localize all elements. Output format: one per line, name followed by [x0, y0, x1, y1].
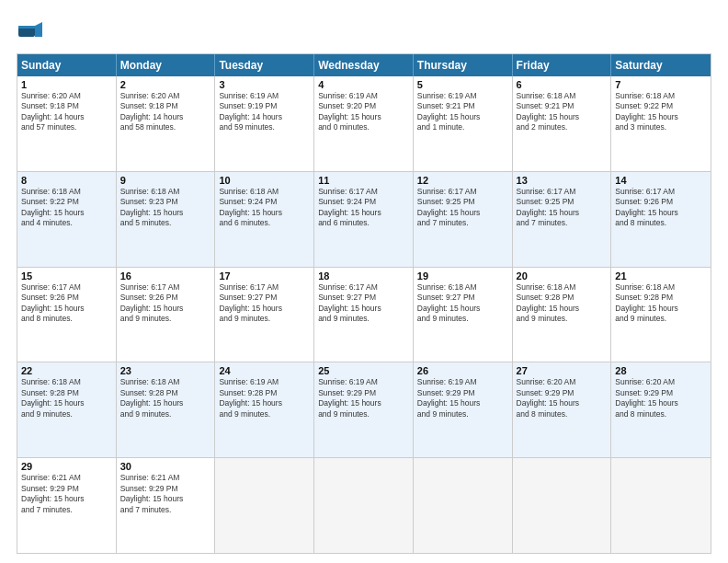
empty-cell: [414, 458, 513, 553]
day-number: 23: [120, 365, 211, 376]
logo: [17, 17, 50, 46]
cell-info: Sunrise: 6:20 AM Sunset: 9:29 PM Dayligh…: [517, 377, 608, 419]
day-cell-25: 25Sunrise: 6:19 AM Sunset: 9:29 PM Dayli…: [314, 362, 414, 457]
day-cell-3: 3Sunrise: 6:19 AM Sunset: 9:19 PM Daylig…: [215, 76, 314, 171]
svg-rect-2: [18, 26, 35, 29]
cell-info: Sunrise: 6:18 AM Sunset: 9:28 PM Dayligh…: [615, 282, 707, 325]
logo-icon: [17, 17, 46, 46]
header-cell-friday: Friday: [513, 54, 612, 76]
day-cell-13: 13Sunrise: 6:17 AM Sunset: 9:25 PM Dayli…: [513, 172, 612, 267]
day-number: 1: [21, 79, 112, 90]
day-number: 5: [417, 79, 508, 90]
day-number: 4: [318, 79, 409, 90]
calendar: SundayMondayTuesdayWednesdayThursdayFrid…: [17, 53, 711, 554]
day-number: 18: [318, 270, 409, 282]
calendar-row-1: 1Sunrise: 6:20 AM Sunset: 9:18 PM Daylig…: [17, 76, 711, 171]
header-cell-wednesday: Wednesday: [314, 54, 414, 76]
day-number: 11: [318, 175, 409, 186]
day-cell-11: 11Sunrise: 6:17 AM Sunset: 9:24 PM Dayli…: [314, 172, 414, 267]
day-cell-16: 16Sunrise: 6:17 AM Sunset: 9:26 PM Dayli…: [117, 268, 216, 362]
day-number: 27: [517, 365, 608, 376]
empty-cell: [513, 458, 612, 553]
cell-info: Sunrise: 6:18 AM Sunset: 9:22 PM Dayligh…: [615, 91, 707, 133]
cell-info: Sunrise: 6:18 AM Sunset: 9:21 PM Dayligh…: [517, 91, 608, 133]
day-number: 14: [615, 175, 707, 186]
calendar-row-5: 29Sunrise: 6:21 AM Sunset: 9:29 PM Dayli…: [17, 457, 711, 553]
page: SundayMondayTuesdayWednesdayThursdayFrid…: [0, 0, 728, 563]
day-cell-26: 26Sunrise: 6:19 AM Sunset: 9:29 PM Dayli…: [414, 362, 513, 457]
cell-info: Sunrise: 6:17 AM Sunset: 9:27 PM Dayligh…: [318, 282, 409, 325]
day-number: 19: [417, 270, 508, 282]
day-cell-17: 17Sunrise: 6:17 AM Sunset: 9:27 PM Dayli…: [215, 268, 314, 362]
cell-info: Sunrise: 6:19 AM Sunset: 9:19 PM Dayligh…: [219, 91, 310, 133]
cell-info: Sunrise: 6:19 AM Sunset: 9:20 PM Dayligh…: [318, 91, 409, 133]
cell-info: Sunrise: 6:17 AM Sunset: 9:26 PM Dayligh…: [21, 282, 112, 325]
day-number: 26: [417, 365, 508, 376]
day-cell-23: 23Sunrise: 6:18 AM Sunset: 9:28 PM Dayli…: [117, 362, 216, 457]
day-cell-15: 15Sunrise: 6:17 AM Sunset: 9:26 PM Dayli…: [17, 268, 117, 362]
cell-info: Sunrise: 6:18 AM Sunset: 9:27 PM Dayligh…: [417, 282, 508, 325]
cell-info: Sunrise: 6:19 AM Sunset: 9:29 PM Dayligh…: [318, 377, 409, 419]
day-number: 15: [21, 270, 112, 282]
calendar-header: SundayMondayTuesdayWednesdayThursdayFrid…: [17, 54, 711, 76]
day-cell-18: 18Sunrise: 6:17 AM Sunset: 9:27 PM Dayli…: [314, 268, 414, 362]
day-number: 12: [417, 175, 508, 186]
day-cell-4: 4Sunrise: 6:19 AM Sunset: 9:20 PM Daylig…: [314, 76, 414, 171]
header-cell-sunday: Sunday: [17, 54, 117, 76]
cell-info: Sunrise: 6:17 AM Sunset: 9:25 PM Dayligh…: [417, 187, 508, 229]
day-cell-21: 21Sunrise: 6:18 AM Sunset: 9:28 PM Dayli…: [611, 268, 711, 362]
cell-info: Sunrise: 6:18 AM Sunset: 9:22 PM Dayligh…: [21, 187, 112, 229]
day-number: 2: [120, 79, 211, 90]
calendar-row-2: 8Sunrise: 6:18 AM Sunset: 9:22 PM Daylig…: [17, 171, 711, 267]
calendar-row-4: 22Sunrise: 6:18 AM Sunset: 9:28 PM Dayli…: [17, 362, 711, 457]
cell-info: Sunrise: 6:20 AM Sunset: 9:18 PM Dayligh…: [21, 91, 112, 133]
day-number: 28: [615, 365, 707, 376]
day-cell-9: 9Sunrise: 6:18 AM Sunset: 9:23 PM Daylig…: [117, 172, 216, 267]
day-cell-6: 6Sunrise: 6:18 AM Sunset: 9:21 PM Daylig…: [513, 76, 612, 171]
day-cell-24: 24Sunrise: 6:19 AM Sunset: 9:28 PM Dayli…: [215, 362, 314, 457]
calendar-body: 1Sunrise: 6:20 AM Sunset: 9:18 PM Daylig…: [17, 76, 711, 553]
day-number: 13: [517, 175, 608, 186]
day-cell-27: 27Sunrise: 6:20 AM Sunset: 9:29 PM Dayli…: [513, 362, 612, 457]
day-number: 30: [120, 461, 211, 472]
day-cell-22: 22Sunrise: 6:18 AM Sunset: 9:28 PM Dayli…: [17, 362, 117, 457]
day-number: 21: [615, 270, 707, 282]
cell-info: Sunrise: 6:17 AM Sunset: 9:27 PM Dayligh…: [219, 282, 310, 325]
day-number: 9: [120, 175, 211, 186]
day-cell-30: 30Sunrise: 6:21 AM Sunset: 9:29 PM Dayli…: [117, 458, 216, 553]
day-number: 6: [517, 79, 608, 90]
empty-cell: [215, 458, 314, 553]
day-number: 29: [21, 461, 112, 472]
cell-info: Sunrise: 6:19 AM Sunset: 9:29 PM Dayligh…: [417, 377, 508, 419]
day-number: 16: [120, 270, 211, 282]
day-cell-2: 2Sunrise: 6:20 AM Sunset: 9:18 PM Daylig…: [117, 76, 216, 171]
day-cell-5: 5Sunrise: 6:19 AM Sunset: 9:21 PM Daylig…: [414, 76, 513, 171]
day-number: 3: [219, 79, 310, 90]
cell-info: Sunrise: 6:18 AM Sunset: 9:23 PM Dayligh…: [120, 187, 211, 229]
day-number: 24: [219, 365, 310, 376]
day-cell-10: 10Sunrise: 6:18 AM Sunset: 9:24 PM Dayli…: [215, 172, 314, 267]
header: [17, 17, 711, 46]
day-number: 22: [21, 365, 112, 376]
cell-info: Sunrise: 6:21 AM Sunset: 9:29 PM Dayligh…: [120, 473, 211, 515]
day-cell-7: 7Sunrise: 6:18 AM Sunset: 9:22 PM Daylig…: [611, 76, 711, 171]
header-cell-thursday: Thursday: [414, 54, 513, 76]
cell-info: Sunrise: 6:19 AM Sunset: 9:21 PM Dayligh…: [417, 91, 508, 133]
cell-info: Sunrise: 6:20 AM Sunset: 9:18 PM Dayligh…: [120, 91, 211, 133]
svg-marker-1: [35, 22, 42, 37]
cell-info: Sunrise: 6:17 AM Sunset: 9:26 PM Dayligh…: [615, 187, 707, 229]
day-number: 7: [615, 79, 707, 90]
header-cell-tuesday: Tuesday: [215, 54, 314, 76]
empty-cell: [314, 458, 414, 553]
day-cell-14: 14Sunrise: 6:17 AM Sunset: 9:26 PM Dayli…: [611, 172, 711, 267]
cell-info: Sunrise: 6:17 AM Sunset: 9:26 PM Dayligh…: [120, 282, 211, 325]
cell-info: Sunrise: 6:17 AM Sunset: 9:24 PM Dayligh…: [318, 187, 409, 229]
day-cell-19: 19Sunrise: 6:18 AM Sunset: 9:27 PM Dayli…: [414, 268, 513, 362]
day-cell-12: 12Sunrise: 6:17 AM Sunset: 9:25 PM Dayli…: [414, 172, 513, 267]
day-number: 17: [219, 270, 310, 282]
cell-info: Sunrise: 6:18 AM Sunset: 9:28 PM Dayligh…: [517, 282, 608, 325]
cell-info: Sunrise: 6:17 AM Sunset: 9:25 PM Dayligh…: [517, 187, 608, 229]
day-cell-29: 29Sunrise: 6:21 AM Sunset: 9:29 PM Dayli…: [17, 458, 117, 553]
day-cell-1: 1Sunrise: 6:20 AM Sunset: 9:18 PM Daylig…: [17, 76, 117, 171]
day-cell-8: 8Sunrise: 6:18 AM Sunset: 9:22 PM Daylig…: [17, 172, 117, 267]
